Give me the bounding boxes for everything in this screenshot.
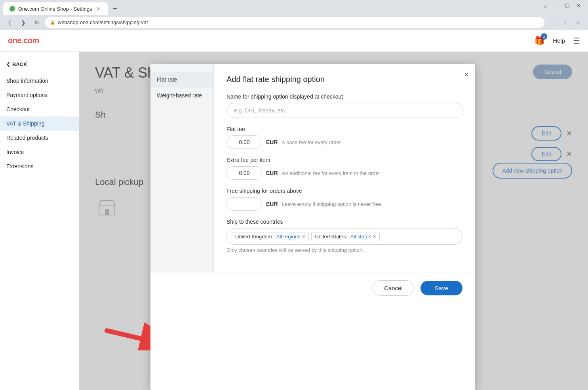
- cancel-button[interactable]: Cancel: [373, 280, 414, 296]
- forward-nav-button[interactable]: ❯: [18, 17, 29, 28]
- share-icon[interactable]: ↑: [560, 17, 571, 28]
- flat-fee-group: Flat fee EUR A base fee for every order: [226, 126, 462, 149]
- country-name-us: United States: [315, 234, 346, 240]
- extra-fee-currency: EUR: [266, 170, 278, 176]
- sidebar-item-extensions[interactable]: Extensions: [0, 159, 79, 173]
- extra-fee-desc: An additional fee for every item in the …: [282, 170, 381, 176]
- tab-close-button[interactable]: ✕: [95, 6, 101, 12]
- countries-group: Ship to these countries United Kingdom -…: [226, 219, 462, 253]
- flat-fee-input[interactable]: [226, 135, 262, 149]
- back-button[interactable]: BACK: [0, 58, 79, 74]
- svg-line-3: [107, 331, 141, 339]
- main-layout: BACK Shop information Payment options Ch…: [0, 52, 588, 390]
- flat-fee-desc: A base fee for every order: [282, 139, 341, 145]
- logo: one.com: [8, 36, 39, 45]
- gift-badge: 1: [541, 33, 547, 40]
- country-region-us: - All states: [347, 234, 371, 240]
- bookmark-icon[interactable]: ☆: [573, 17, 583, 28]
- browser-tab[interactable]: One.com Online Shop - Settings ✕: [3, 2, 108, 15]
- extra-fee-label: Extra fee per item: [226, 157, 462, 163]
- address-text: webshop.one.com/settings/shipping-vat: [58, 19, 148, 25]
- modal-sidebar-weight-based[interactable]: Weight-based rate: [150, 88, 213, 103]
- lock-icon: 🔒: [50, 20, 55, 25]
- modal-title: Add flat rate shipping option: [226, 75, 462, 84]
- window-minimize-icon[interactable]: —: [553, 2, 559, 9]
- countries-label: Ship to these countries: [226, 219, 462, 225]
- modal-sidebar: Flat rate Weight-based rate: [150, 64, 214, 272]
- free-shipping-label: Free shipping for orders above: [226, 188, 462, 194]
- extra-fee-group: Extra fee per item EUR An additional fee…: [226, 157, 462, 180]
- country-tag-uk[interactable]: United Kingdom - All regions ✕: [232, 232, 309, 241]
- country-region-uk: - All regions: [274, 234, 301, 240]
- reload-nav-button[interactable]: ↻: [32, 17, 42, 28]
- sidebar-item-vat-shipping[interactable]: VAT & Shipping: [0, 116, 79, 131]
- sidebar-item-invoice[interactable]: Invoice: [0, 145, 79, 159]
- extra-fee-input[interactable]: [226, 166, 262, 180]
- header-right: 🎁 1 Help ☰: [534, 36, 580, 46]
- country-remove-us[interactable]: ✕: [373, 234, 376, 239]
- countries-hint: Only chosen countries will be served by …: [226, 247, 462, 253]
- new-tab-button[interactable]: +: [109, 3, 120, 14]
- name-field-group: Name for shipping option displayed at ch…: [226, 93, 462, 118]
- modal-sidebar-flat-rate[interactable]: Flat rate: [150, 72, 213, 88]
- free-shipping-currency: EUR: [266, 201, 278, 207]
- screenshot-icon[interactable]: ⬚: [548, 17, 558, 28]
- sidebar-item-checkout[interactable]: Checkout: [0, 102, 79, 116]
- free-shipping-input[interactable]: [226, 197, 262, 211]
- flat-fee-currency: EUR: [266, 139, 278, 145]
- modal-overlay: Flat rate Weight-based rate × Add flat r…: [79, 52, 588, 390]
- modal-top: Flat rate Weight-based rate × Add flat r…: [150, 64, 475, 272]
- save-button[interactable]: Save: [421, 281, 462, 295]
- free-shipping-group: Free shipping for orders above EUR Leave…: [226, 188, 462, 211]
- country-name-uk: United Kingdom: [235, 234, 272, 240]
- app-header: one.com 🎁 1 Help ☰: [0, 30, 588, 52]
- modal: Flat rate Weight-based rate × Add flat r…: [150, 64, 475, 390]
- tab-title: One.com Online Shop - Settings: [18, 6, 92, 12]
- sidebar-item-related-products[interactable]: Related products: [0, 131, 79, 145]
- address-bar[interactable]: 🔒 webshop.one.com/settings/shipping-vat: [45, 17, 544, 28]
- flat-fee-label: Flat fee: [226, 126, 462, 132]
- modal-close-button[interactable]: ×: [464, 70, 469, 79]
- window-dropdown-icon[interactable]: ⌄: [542, 2, 548, 9]
- gift-icon-wrapper[interactable]: 🎁 1: [534, 36, 545, 46]
- modal-main: × Add flat rate shipping option Name for…: [214, 64, 475, 272]
- name-input[interactable]: [226, 103, 462, 118]
- browser-nav: ❮ ❯ ↻ 🔒 webshop.one.com/settings/shippin…: [0, 15, 588, 30]
- nav-icons: ⬚ ↑ ☆: [548, 17, 583, 28]
- back-nav-button[interactable]: ❮: [5, 17, 15, 28]
- modal-footer: Cancel Save: [150, 272, 475, 304]
- window-close-icon[interactable]: ✕: [575, 2, 582, 9]
- name-field-label: Name for shipping option displayed at ch…: [226, 93, 462, 100]
- menu-icon[interactable]: ☰: [573, 36, 580, 46]
- countries-input[interactable]: United Kingdom - All regions ✕ United St…: [226, 228, 462, 245]
- country-tag-us[interactable]: United States - All states ✕: [311, 232, 380, 241]
- sidebar: BACK Shop information Payment options Ch…: [0, 52, 79, 390]
- window-maximize-icon[interactable]: ☐: [564, 2, 571, 9]
- window-controls: ⌄ — ☐ ✕: [542, 2, 582, 9]
- tab-favicon: [10, 6, 15, 11]
- free-shipping-desc: Leave empty if shipping option is never …: [282, 201, 382, 207]
- sidebar-item-shop-information[interactable]: Shop information: [0, 74, 79, 88]
- help-button[interactable]: Help: [553, 37, 565, 44]
- sidebar-item-payment-options[interactable]: Payment options: [0, 88, 79, 102]
- country-remove-uk[interactable]: ✕: [302, 234, 305, 239]
- content-area: VAT & Shipping Saved Wit Sh Add new ship…: [79, 52, 588, 390]
- red-arrow: [103, 319, 150, 350]
